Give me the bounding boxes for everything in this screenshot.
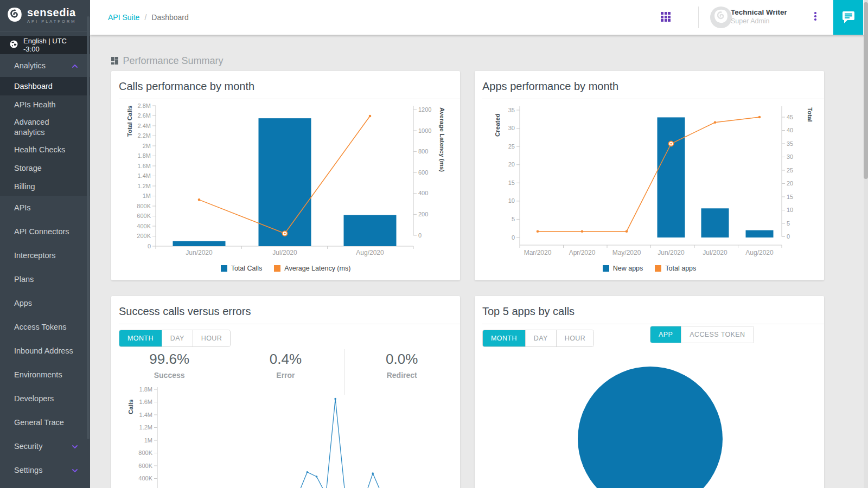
user-role: Super Admin: [731, 17, 787, 26]
chat-button[interactable]: [833, 0, 863, 35]
user-menu-kebab-icon[interactable]: [812, 12, 819, 23]
svg-text:15: 15: [787, 194, 793, 200]
dashboard-grid-icon: [111, 57, 118, 65]
sidebar-scrollbar-thumb[interactable]: [87, 16, 90, 439]
stat-value: 99.6%: [111, 351, 227, 368]
legend-label: Average Latency (ms): [284, 265, 350, 272]
sensedia-logo-icon: [7, 7, 23, 25]
svg-text:1M: 1M: [144, 437, 152, 444]
legend-item-total-apps[interactable]: Total apps: [655, 265, 696, 272]
svg-text:15: 15: [508, 179, 515, 186]
brand-name: sensedia: [27, 7, 76, 18]
svg-text:400: 400: [418, 190, 428, 196]
sidebar-item-advanced-analytics[interactable]: Advanced analytics: [0, 114, 90, 140]
sidebar-item-storage[interactable]: Storage: [0, 159, 90, 177]
svg-text:5: 5: [512, 216, 515, 222]
svg-text:Calls: Calls: [127, 400, 134, 415]
divider: [482, 324, 824, 324]
language-selector[interactable]: English | UTC -3:00: [0, 36, 90, 54]
svg-text:0: 0: [787, 233, 790, 240]
sidebar-item-health-checks-label: Health Checks: [14, 145, 65, 154]
svg-text:200: 200: [418, 211, 428, 217]
sidebar-item-billing[interactable]: Billing: [0, 177, 90, 196]
sidebar-item-apps[interactable]: Apps: [0, 291, 90, 315]
sidebar-item-inbound-address[interactable]: Inbound Address: [0, 339, 90, 363]
svg-text:600: 600: [418, 169, 428, 176]
sidebar-item-environments-label: Environments: [14, 370, 62, 379]
sidebar-item-health-checks[interactable]: Health Checks: [0, 140, 90, 159]
legend-label: New apps: [613, 265, 643, 272]
avatar[interactable]: [710, 7, 732, 28]
legend-label: Total Calls: [231, 265, 263, 272]
svg-text:0: 0: [512, 234, 515, 241]
legend-swatch: [274, 265, 280, 272]
calls-performance-chart: 0200K400K600K800K1M1.2M1.4M1.6M1.8M2M2.2…: [111, 101, 460, 280]
breadcrumb-api-suite[interactable]: API Suite: [108, 13, 139, 22]
divider: [482, 99, 824, 99]
page-scrollbar-thumb[interactable]: [864, 2, 868, 179]
success-errors-chart: 0200K400K600K800K1M1.2M1.4M1.6M1.8MCalls: [111, 383, 460, 488]
sidebar-item-developers[interactable]: Developers: [0, 387, 90, 410]
toggle-app[interactable]: APP: [650, 326, 681, 343]
stats-row: 99.6% Success 0.4% Error 0.0% Redirect: [111, 351, 460, 380]
section-title: Performance Summary: [123, 55, 224, 67]
sidebar-item-plans[interactable]: Plans: [0, 267, 90, 291]
divider: [119, 99, 460, 99]
sidebar-item-dashboard[interactable]: Dashboard: [0, 77, 90, 95]
tab-day[interactable]: DAY: [525, 330, 556, 346]
svg-text:2.8M: 2.8M: [138, 102, 151, 109]
sidebar-item-apis-health[interactable]: APIs Health: [0, 95, 90, 114]
tab-hour[interactable]: HOUR: [193, 330, 230, 346]
tab-month[interactable]: MONTH: [483, 330, 525, 346]
svg-text:10: 10: [787, 207, 793, 213]
period-tabs: MONTHDAYHOUR: [482, 330, 594, 347]
legend-swatch: [655, 265, 661, 272]
svg-text:25: 25: [508, 143, 515, 150]
legend-item-total-calls[interactable]: Total Calls: [221, 265, 263, 272]
sidebar-item-access-tokens[interactable]: Access Tokens: [0, 315, 90, 339]
sidebar-group-settings[interactable]: Settings: [0, 458, 90, 482]
svg-text:20: 20: [787, 180, 793, 187]
legend-item-new-apps[interactable]: New apps: [603, 265, 643, 272]
sidebar-item-api-connectors[interactable]: API Connectors: [0, 220, 90, 243]
toggle-access-token[interactable]: ACCESS TOKEN: [681, 326, 753, 343]
breadcrumb: API Suite / Dashboard: [108, 13, 189, 22]
svg-text:Apr/2020: Apr/2020: [569, 249, 596, 256]
tab-hour[interactable]: HOUR: [556, 330, 593, 346]
sidebar-item-environments[interactable]: Environments: [0, 363, 90, 387]
sidebar-group-settings-label: Settings: [14, 466, 42, 474]
user-name: Technical Writer: [731, 8, 787, 17]
sidebar-item-advanced-analytics-label: Advanced analytics: [14, 117, 78, 137]
sidebar-item-apps-label: Apps: [14, 299, 32, 307]
sidebar: sensedia API PLATFORM English | UTC -3:0…: [0, 0, 90, 488]
sidebar-item-general-trace[interactable]: General Trace: [0, 410, 90, 434]
svg-text:Jul/2020: Jul/2020: [272, 249, 297, 256]
tab-day[interactable]: DAY: [162, 330, 193, 346]
tab-month[interactable]: MONTH: [119, 330, 162, 346]
top5-apps-pie-chart: [475, 296, 824, 488]
chart-legend: Total CallsAverage Latency (ms): [111, 265, 460, 272]
legend-item-average-latency-ms-[interactable]: Average Latency (ms): [274, 265, 350, 272]
sidebar-group-security[interactable]: Security: [0, 434, 90, 458]
apps-grid-icon[interactable]: [661, 12, 672, 23]
svg-text:30: 30: [787, 153, 793, 160]
svg-text:May/2020: May/2020: [612, 249, 641, 256]
legend-label: Total apps: [665, 265, 696, 272]
svg-text:Jun/2020: Jun/2020: [658, 249, 685, 256]
sidebar-item-api-connectors-label: API Connectors: [14, 227, 69, 236]
svg-text:800K: 800K: [138, 450, 152, 456]
sidebar-item-apis[interactable]: APIs: [0, 196, 90, 220]
sidebar-item-dashboard-label: Dashboard: [14, 82, 53, 91]
card-title: Success calls versus errors: [111, 296, 460, 324]
sidebar-group-analytics[interactable]: Analytics: [0, 54, 90, 77]
svg-text:200K: 200K: [137, 233, 151, 239]
sidebar-item-interceptors[interactable]: Interceptors: [0, 243, 90, 267]
svg-text:2.4M: 2.4M: [138, 123, 151, 129]
svg-text:1000: 1000: [418, 127, 431, 134]
stat-label: Error: [227, 371, 343, 380]
svg-text:1.2M: 1.2M: [139, 424, 152, 431]
card-title: Apps performance by month: [475, 71, 824, 99]
sidebar-analytics-panel: DashboardAPIs HealthAdvanced analyticsHe…: [0, 77, 90, 196]
svg-text:1.4M: 1.4M: [139, 412, 152, 418]
card-calls-performance: Calls performance by month 0200K400K600K…: [111, 71, 460, 280]
